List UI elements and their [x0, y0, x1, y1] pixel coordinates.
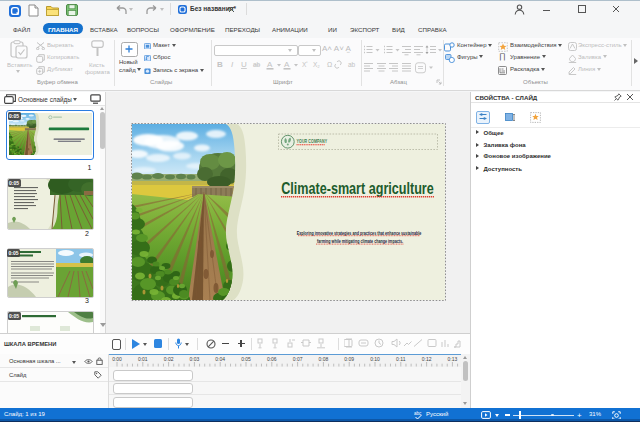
- svg-text:0:04: 0:04: [215, 356, 225, 362]
- svg-text:0:10: 0:10: [370, 356, 380, 362]
- svg-text:0:01: 0:01: [138, 356, 148, 362]
- svg-text:ab: ab: [348, 61, 356, 68]
- svg-text:Xʹ: Xʹ: [302, 61, 308, 68]
- svg-text:0:03: 0:03: [190, 356, 200, 362]
- svg-text:I: I: [231, 60, 234, 69]
- svg-text:A: A: [284, 60, 290, 69]
- svg-text:B: B: [217, 60, 223, 69]
- svg-text:0:06: 0:06: [267, 356, 277, 362]
- svg-text:0:13: 0:13: [448, 356, 458, 362]
- svg-text:U: U: [241, 60, 247, 69]
- svg-text:0:09: 0:09: [344, 356, 354, 362]
- svg-text:0:05: 0:05: [241, 356, 251, 362]
- svg-text:0:02: 0:02: [164, 356, 174, 362]
- svg-text:0:08: 0:08: [319, 356, 329, 362]
- svg-text:0:11: 0:11: [396, 356, 406, 362]
- svg-text:ab: ab: [253, 61, 261, 68]
- svg-text:A: A: [267, 60, 273, 69]
- svg-text:0:12: 0:12: [422, 356, 432, 362]
- svg-text:0:00: 0:00: [112, 356, 122, 362]
- svg-text:0:07: 0:07: [293, 356, 303, 362]
- svg-text:X₂: X₂: [313, 61, 320, 68]
- svg-text:Ω: Ω: [327, 61, 332, 68]
